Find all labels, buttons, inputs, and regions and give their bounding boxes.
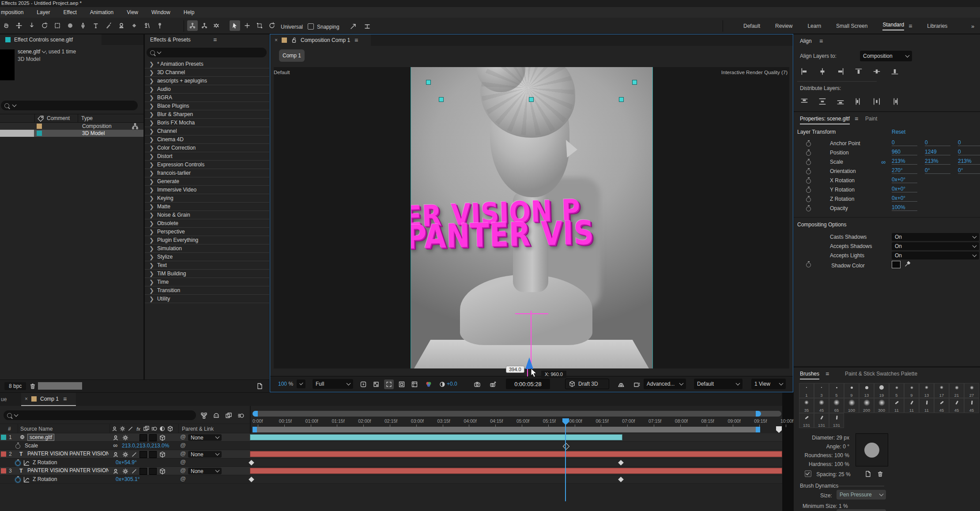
property-row-z-rotation[interactable]: Z Rotation 0x+305.1° @	[0, 475, 250, 484]
brush-preset-19[interactable]: 19	[874, 383, 889, 398]
tab-composition[interactable]: × Composition Comp 1 ≡	[270, 34, 371, 46]
graph-editor-icon[interactable]	[23, 476, 30, 483]
expand-chevron-icon[interactable]: ❯	[149, 229, 154, 235]
layer-color-swatch[interactable]	[1, 451, 6, 457]
expression-pickwhip-icon[interactable]: @	[180, 475, 186, 482]
stopwatch-icon[interactable]	[806, 150, 811, 156]
expand-chevron-icon[interactable]: ❯	[149, 279, 154, 286]
distribute-left-button[interactable]	[853, 96, 864, 107]
brush-preset-65[interactable]: 65	[829, 398, 844, 413]
spacing-checkbox[interactable]	[805, 470, 811, 477]
zoom-level[interactable]: 100 %	[278, 381, 293, 387]
adjustment-layer-icon[interactable]	[159, 425, 166, 432]
align-bottom-button[interactable]	[890, 66, 900, 77]
parent-dropdown[interactable]: None	[188, 468, 222, 474]
expand-chevron-icon[interactable]: ❯	[149, 120, 154, 126]
value-field[interactable]: 960	[892, 149, 917, 155]
brush-preset-17[interactable]: 17	[934, 383, 949, 398]
brush-preset-131[interactable]: 131	[814, 413, 829, 428]
distribute-center-v-button[interactable]	[817, 96, 828, 107]
layer-color-swatch[interactable]	[1, 468, 6, 473]
align-menu-icon[interactable]: ≡	[819, 38, 823, 45]
tab-paint-stick-swatches[interactable]: Paint & Stick Swatches Palette	[845, 371, 917, 377]
stopwatch-icon[interactable]	[806, 140, 811, 147]
channels-button[interactable]	[424, 379, 433, 389]
clone-stamp-tool[interactable]	[116, 20, 127, 31]
puppet-pin-tool[interactable]	[155, 20, 165, 31]
delete-brush-icon[interactable]	[877, 470, 884, 477]
align-left-button[interactable]	[799, 66, 810, 77]
brush-preset-45[interactable]: 45	[949, 398, 964, 413]
preset-category-obsolete[interactable]: ❯ Obsolete	[145, 219, 269, 228]
size-dynamics-dropdown[interactable]: Pen Pressure	[837, 490, 886, 500]
rasterize-icon[interactable]	[131, 451, 138, 458]
brush-preset-45[interactable]: 45	[814, 398, 829, 413]
expand-chevron-icon[interactable]: ❯	[149, 187, 154, 193]
workspace-overflow-chevrons[interactable]: »	[971, 23, 974, 30]
expand-chevron-icon[interactable]: ❯	[149, 111, 154, 118]
label-color-tag-icon[interactable]	[37, 115, 44, 122]
brush-setting[interactable]: Hardness: 100 %	[794, 461, 849, 470]
expand-chevron-icon[interactable]: ❯	[149, 237, 154, 244]
switch-box[interactable]	[139, 468, 147, 475]
exposure-value[interactable]: +0.0	[447, 381, 457, 387]
brushes-menu-icon[interactable]: ≡	[825, 370, 829, 377]
lock-open-icon[interactable]	[290, 37, 298, 44]
value-field[interactable]: 0	[958, 139, 980, 146]
viewer-canvas[interactable]: ER VISION P PANTER VIS	[274, 67, 789, 368]
link-icon[interactable]: ∞	[881, 158, 886, 165]
dolly-camera-tool[interactable]	[211, 20, 222, 31]
3d-layer-icon[interactable]	[167, 425, 173, 432]
preset-category-3d-channel[interactable]: ❯ 3D Channel	[145, 68, 269, 77]
work-area-start[interactable]	[253, 427, 257, 432]
property-name[interactable]: Scale	[25, 443, 38, 449]
motion-blur-button[interactable]	[237, 411, 245, 420]
brush-preset-9[interactable]: 9	[904, 383, 919, 398]
preset-category-audio[interactable]: ❯ Audio	[145, 85, 269, 94]
value-field[interactable]: 0x+0°	[892, 186, 917, 192]
value-field[interactable]: 0	[925, 139, 950, 146]
preset-category-simulation[interactable]: ❯ Simulation	[145, 244, 269, 253]
tab-properties[interactable]: Properties: scene.gltf	[800, 116, 850, 124]
rasterize-icon[interactable]	[127, 425, 134, 432]
expand-chevron-icon[interactable]: ❯	[149, 136, 154, 143]
parent-pickwhip-icon[interactable]: @	[180, 433, 186, 440]
3d-layer-icon[interactable]	[159, 451, 166, 458]
value-field[interactable]: 0x+0°	[892, 177, 917, 183]
link-icon[interactable]: ∞	[113, 442, 117, 449]
menu-window[interactable]: Window	[151, 9, 171, 15]
distribute-bottom-button[interactable]	[835, 96, 846, 107]
workspace-libraries[interactable]: Libraries	[927, 23, 947, 29]
expand-chevron-icon[interactable]: ❯	[149, 78, 154, 84]
brush-preset-21[interactable]: 21	[949, 383, 964, 398]
shadow-color-swatch[interactable]	[892, 261, 901, 268]
pan-camera-tool[interactable]	[199, 20, 210, 31]
switch-box[interactable]	[149, 468, 157, 475]
snapping-label[interactable]: Snapping	[317, 24, 339, 30]
brush-preset-3[interactable]: 3	[814, 383, 829, 398]
roto-brush-tool[interactable]	[142, 20, 152, 31]
value-field[interactable]: 0x+0°	[892, 195, 917, 202]
tab-brushes[interactable]: Brushes	[800, 371, 819, 379]
menu-effect[interactable]: Effect	[62, 9, 77, 15]
switch-box[interactable]	[149, 434, 157, 441]
layer-name[interactable]: PANTER VISION PANTER VISION	[27, 467, 109, 473]
region-of-interest-button[interactable]	[384, 379, 394, 389]
brush-preset-100[interactable]: 100	[844, 398, 859, 413]
guides-button[interactable]	[410, 379, 419, 389]
layer-row-3[interactable]: 3 T PANTER VISION PANTER VISION @ None	[0, 467, 250, 475]
preset-category-text[interactable]: ❯ Text	[145, 261, 269, 270]
fx-icon[interactable]: fx	[135, 425, 142, 432]
menu-animation[interactable]: Animation	[89, 9, 114, 15]
layer-name[interactable]: scene.gltf	[27, 434, 54, 441]
value-field[interactable]: 1249	[925, 149, 950, 155]
value-field[interactable]: 213%	[958, 158, 980, 165]
snapshot-camera-button[interactable]	[472, 379, 482, 389]
ground-plane-button[interactable]	[616, 380, 626, 390]
expand-chevron-icon[interactable]: ❯	[149, 153, 154, 160]
properties-menu-icon[interactable]: ≡	[855, 115, 858, 122]
selection-handle[interactable]	[426, 80, 431, 85]
preset-category-noise-grain[interactable]: ❯ Noise & Grain	[145, 211, 269, 219]
property-row-scale[interactable]: Scale ∞ 213.0,213.0,213.0% @	[0, 442, 250, 450]
quality-icon[interactable]	[122, 451, 129, 458]
